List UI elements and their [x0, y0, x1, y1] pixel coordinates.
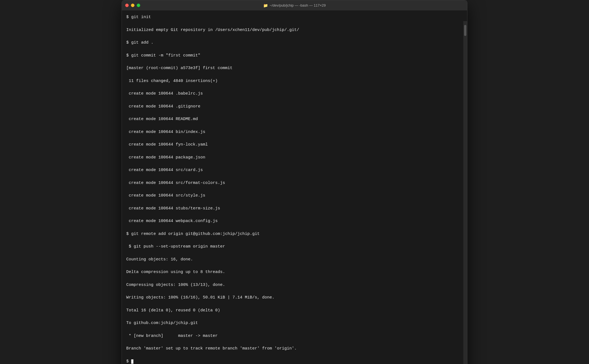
- terminal-line: create mode 100644 webpack.config.js: [126, 218, 299, 224]
- terminal-line: create mode 100644 src/style.js: [126, 192, 299, 199]
- traffic-lights: [125, 4, 140, 7]
- scrollbar[interactable]: [463, 21, 467, 364]
- terminal-line: create mode 100644 package.json: [126, 154, 299, 161]
- terminal-line: Total 16 (delta 0), reused 0 (delta 0): [126, 307, 299, 314]
- cursor: [131, 359, 133, 364]
- terminal-line: To github.com:jchip/jchip.git: [126, 320, 299, 326]
- terminal-line: [master (root-commit) a573e3f] first com…: [126, 65, 299, 71]
- terminal-line: Initialized empty Git repository in /Use…: [126, 27, 299, 33]
- terminal-prompt-cursor: $: [126, 358, 299, 364]
- window-title: 📁 ~/dev/pub/jchip — -bash — 117×29: [263, 3, 326, 8]
- terminal-content[interactable]: $ git init Initialized empty Git reposit…: [122, 11, 304, 364]
- terminal-line: $ git commit -m "first commit": [126, 52, 299, 59]
- terminal-line: 11 files changed, 4840 insertions(+): [126, 78, 299, 84]
- terminal-line: create mode 100644 bin/index.js: [126, 129, 299, 135]
- terminal-line: create mode 100644 src/format-colors.js: [126, 180, 299, 186]
- terminal-line: $ git init: [126, 14, 299, 20]
- terminal-line: $ git add .: [126, 39, 299, 46]
- terminal-line: $ git remote add origin git@github.com:j…: [126, 231, 299, 237]
- terminal-line: create mode 100644 src/card.js: [126, 167, 299, 173]
- terminal-line: create mode 100644 .gitignore: [126, 103, 299, 110]
- terminal-line: create mode 100644 fyn-lock.yaml: [126, 141, 299, 148]
- minimize-button[interactable]: [131, 4, 134, 7]
- terminal-line: Delta compression using up to 8 threads.: [126, 269, 299, 275]
- terminal-line: * [new branch] master -> master: [126, 333, 299, 339]
- terminal-line: Compressing objects: 100% (13/13), done.: [126, 282, 299, 288]
- folder-icon: 📁: [263, 3, 268, 8]
- terminal-line: Writing objects: 100% (16/16), 50.01 KiB…: [126, 294, 299, 301]
- terminal-line: create mode 100644 stubs/term-size.js: [126, 205, 299, 212]
- close-button[interactable]: [125, 4, 129, 7]
- title-bar: 📁 ~/dev/pub/jchip — -bash — 117×29: [122, 0, 467, 11]
- terminal-line: Branch 'master' set up to track remote b…: [126, 345, 299, 352]
- terminal-window: 📁 ~/dev/pub/jchip — -bash — 117×29 $ git…: [122, 0, 467, 364]
- terminal-line: create mode 100644 README.md: [126, 116, 299, 122]
- terminal-line: Counting objects: 16, done.: [126, 256, 299, 263]
- maximize-button[interactable]: [137, 4, 140, 7]
- terminal-line: $ git push --set-upstream origin master: [126, 243, 299, 250]
- scrollbar-thumb[interactable]: [464, 25, 466, 36]
- terminal-line: create mode 100644 .babelrc.js: [126, 90, 299, 97]
